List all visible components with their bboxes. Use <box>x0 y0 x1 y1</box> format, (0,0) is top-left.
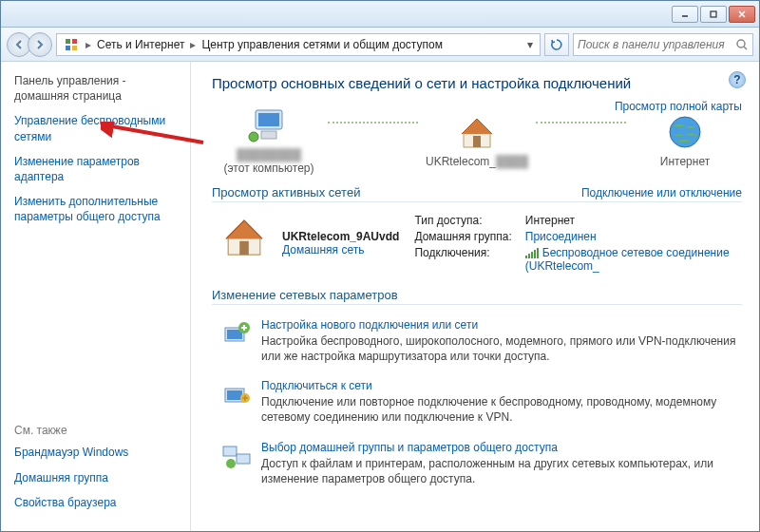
sidebar-link-sharing[interactable]: Изменить дополнительные параметры общего… <box>14 194 177 224</box>
task-connect-desc: Подключение или повторное подключение к … <box>261 395 716 424</box>
page-title: Просмотр основных сведений о сети и наст… <box>212 75 742 91</box>
sidebar: Панель управления - домашняя страница Уп… <box>1 62 191 531</box>
computer-icon <box>248 104 290 146</box>
full-map-link[interactable]: Просмотр полной карты <box>615 100 742 113</box>
svg-rect-24 <box>223 446 237 456</box>
homegroup-link[interactable]: Присоединен <box>525 230 742 243</box>
refresh-button[interactable] <box>544 33 569 56</box>
active-network-row: UKRtelecom_9AUvdd Домашняя сеть Тип дост… <box>212 208 742 278</box>
network-center-icon <box>63 36 80 53</box>
connect-disconnect-link[interactable]: Подключение или отключение <box>581 186 742 200</box>
homegroup-icon <box>221 441 252 471</box>
see-also-header: См. также <box>14 424 177 437</box>
task-connect-link[interactable]: Подключиться к сети <box>261 379 742 392</box>
network-properties: Тип доступа: Интернет Домашняя группа: П… <box>414 214 742 273</box>
svg-point-8 <box>737 40 745 48</box>
sidebar-link-adapter[interactable]: Изменение параметров адаптера <box>14 154 177 184</box>
network-type-link[interactable]: Домашняя сеть <box>282 243 399 256</box>
node-this-name: ████████ <box>237 148 301 162</box>
house-icon <box>221 214 267 259</box>
chevron-right-icon: ▸ <box>188 38 198 51</box>
connect-icon <box>221 379 252 409</box>
search-input[interactable] <box>578 38 735 51</box>
sidebar-link-wireless[interactable]: Управление беспроводными сетями <box>14 113 177 143</box>
task-new-connection: Настройка нового подключения или сети На… <box>212 311 742 371</box>
chevron-right-icon: ▸ <box>84 38 93 51</box>
sidebar-link-home[interactable]: Панель управления - домашняя страница <box>14 73 177 104</box>
sidebar-link-firewall[interactable]: Брандмауэр Windows <box>14 445 177 460</box>
chevron-down-icon[interactable]: ▾ <box>522 38 538 51</box>
map-node-internet: Интернет <box>628 111 742 168</box>
svg-rect-14 <box>473 136 481 147</box>
main-panel: ? Просмотр основных сведений о сети и на… <box>191 62 759 531</box>
svg-rect-5 <box>72 39 77 44</box>
sidebar-link-homegroup[interactable]: Домашняя группа <box>14 470 177 485</box>
map-node-router: UKRtelecom_████ <box>420 111 534 168</box>
task-homegroup-link[interactable]: Выбор домашней группы и параметров общег… <box>261 441 742 454</box>
forward-button[interactable] <box>28 32 52 57</box>
titlebar <box>1 1 759 28</box>
signal-icon <box>525 248 539 258</box>
active-networks-header: Просмотр активных сетей Подключение или … <box>212 185 742 202</box>
globe-icon <box>666 111 704 153</box>
network-map: ████████ (этот компьютер) UKRtelecom_███… <box>212 104 742 176</box>
breadcrumb[interactable]: ▸ Сеть и Интернет ▸ Центр управления сет… <box>56 33 541 56</box>
change-settings-header: Изменение сетевых параметров <box>212 288 742 305</box>
address-bar: ▸ Сеть и Интернет ▸ Центр управления сет… <box>1 28 759 62</box>
network-name: UKRtelecom_9AUvdd <box>282 230 399 243</box>
node-internet-label: Интернет <box>660 155 710 168</box>
svg-rect-17 <box>239 241 249 255</box>
svg-rect-7 <box>72 46 77 50</box>
task-new-connection-link[interactable]: Настройка нового подключения или сети <box>261 318 742 332</box>
breadcrumb-seg-center[interactable]: Центр управления сетями и общим доступом <box>198 38 446 51</box>
close-button[interactable] <box>729 6 755 23</box>
help-icon[interactable]: ? <box>729 71 746 88</box>
breadcrumb-seg-network[interactable]: Сеть и Интернет <box>93 38 188 51</box>
house-icon <box>458 111 496 153</box>
new-connection-icon <box>221 318 252 349</box>
svg-rect-25 <box>237 454 250 464</box>
node-this-sub: (этот компьютер) <box>224 162 314 175</box>
search-icon <box>735 38 749 51</box>
task-connect: Подключиться к сети Подключение или повт… <box>212 371 742 432</box>
svg-rect-22 <box>227 390 242 400</box>
sidebar-link-browser[interactable]: Свойства браузера <box>14 495 177 510</box>
task-homegroup-desc: Доступ к файлам и принтерам, расположенн… <box>261 457 713 485</box>
node-router-name: UKRtelecom_ <box>426 155 496 168</box>
window: ▸ Сеть и Интернет ▸ Центр управления сет… <box>0 0 760 532</box>
map-node-this-pc: ████████ (этот компьютер) <box>212 104 326 176</box>
search-box[interactable] <box>573 33 753 56</box>
connection-link[interactable]: Беспроводное сетевое соединение (UKRtele… <box>525 246 742 273</box>
svg-point-13 <box>249 132 258 142</box>
svg-rect-12 <box>261 131 276 139</box>
task-new-connection-desc: Настройка беспроводного, широкополосного… <box>261 334 735 363</box>
task-homegroup: Выбор домашней группы и параметров общег… <box>212 433 742 494</box>
maximize-button[interactable] <box>700 6 727 23</box>
svg-point-26 <box>226 459 236 468</box>
minimize-button[interactable] <box>672 6 698 23</box>
svg-line-9 <box>744 47 747 49</box>
svg-rect-11 <box>258 113 279 126</box>
svg-rect-1 <box>711 11 716 17</box>
svg-rect-6 <box>66 46 70 50</box>
svg-rect-4 <box>66 39 70 44</box>
